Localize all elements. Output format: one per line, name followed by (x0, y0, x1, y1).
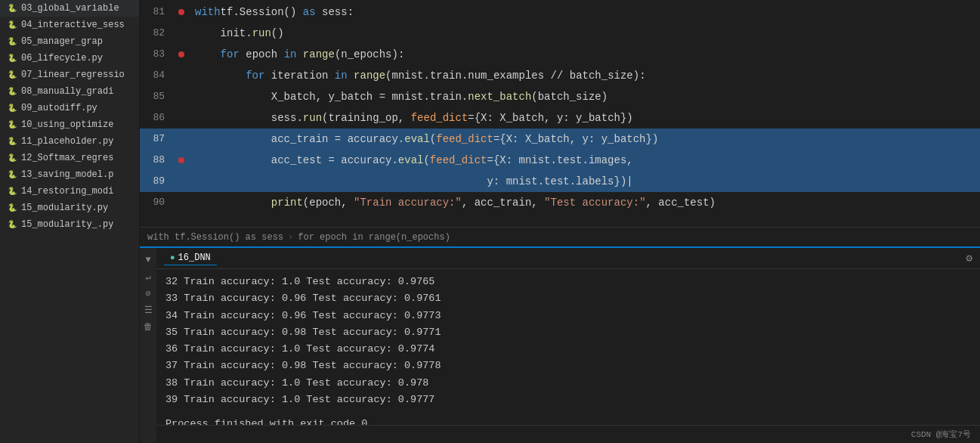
sidebar-item[interactable]: 🐍14_restoring_modi (0, 183, 139, 200)
sidebar-item[interactable]: 🐍09_autodiff.py (0, 100, 139, 116)
sidebar-item[interactable]: 🐍03_global_variable (0, 0, 139, 17)
python-file-icon: 🐍 (6, 169, 18, 181)
sidebar-item-label: 08_manually_gradi (21, 86, 113, 97)
sidebar-item-label: 15_modularity.py (21, 203, 108, 213)
terminal-tab-dnn[interactable]: ● 16_DNN (164, 251, 217, 265)
sidebar-item-label: 09_autodiff.py (21, 103, 97, 113)
line-gutter (174, 150, 189, 171)
sidebar-item[interactable]: 🐍06_lifecycle.py (0, 50, 139, 67)
code-line-87: 87 acc_train = accuracy.eval(feed_dict={… (140, 129, 980, 150)
clear-icon[interactable]: ⊘ (142, 287, 154, 299)
terminal-left-bar: ▼ ↵ ⊘ ☰ 🗑 (140, 248, 156, 443)
line-number: 86 (140, 107, 174, 129)
output-line: 33 Train accuracy: 0.96 Test accuracy: 0… (165, 290, 971, 307)
output-line: 32 Train accuracy: 1.0 Test accuracy: 0.… (165, 274, 971, 290)
sidebar-item[interactable]: 🐍15_modularity.py (0, 200, 139, 216)
sidebar-item-label: 06_lifecycle.py (21, 53, 103, 64)
breadcrumb: with tf.Session() as sess › for epoch in… (140, 227, 980, 246)
code-line-89: 89 y: mnist.test.labels})| (140, 171, 980, 192)
line-content: for iteration in range(mnist.train.num_e… (189, 65, 980, 86)
sidebar-item[interactable]: 🐍13_saving_model.p (0, 166, 139, 183)
line-gutter (174, 23, 189, 44)
output-line: 38 Train accuracy: 1.0 Test accuracy: 0.… (165, 375, 971, 392)
line-gutter (174, 107, 189, 129)
sidebar-item-label: 05_manager_grap (21, 36, 103, 47)
wrap-icon[interactable]: ↵ (142, 271, 154, 283)
python-file-icon: 🐍 (6, 202, 18, 214)
line-gutter (174, 192, 189, 213)
line-gutter (174, 86, 189, 107)
line-content: for epoch in range(n_epochs): (189, 44, 980, 65)
sidebar-item[interactable]: 🐍10_using_optimize (0, 116, 139, 133)
code-line-85: 85 X_batch, y_batch = mnist.train.next_b… (140, 86, 980, 107)
output-line: 37 Train accuracy: 0.98 Test accuracy: 0… (165, 358, 971, 374)
sidebar-item[interactable]: 🐍11_placeholder.py (0, 133, 139, 150)
python-file-icon: 🐍 (6, 2, 18, 14)
scroll-down-icon[interactable]: ▼ (142, 254, 154, 266)
sidebar-item-label: 03_global_variable (21, 3, 119, 14)
line-gutter (174, 129, 189, 150)
breadcrumb-part2: for epoch in range(n_epochs) (298, 232, 450, 243)
line-number: 84 (140, 65, 174, 86)
sidebar-item-label: 14_restoring_modi (21, 186, 113, 197)
python-file-icon: 🐍 (6, 185, 18, 197)
terminal-footer: CSDN @海宝7号 (156, 425, 980, 443)
line-gutter (174, 171, 189, 192)
python-file-icon: 🐍 (6, 52, 18, 64)
line-number: 89 (140, 171, 174, 192)
sidebar-item[interactable]: 🐍04_interactive_sess (0, 17, 139, 33)
code-line-86: 86 sess.run(training_op, feed_dict={X: X… (140, 107, 980, 129)
breakpoint-dot (178, 51, 184, 57)
line-gutter (174, 44, 189, 65)
sidebar-item-label: 12_Softmax_regres (21, 153, 113, 163)
line-content: with tf.Session() as sess: (189, 2, 980, 23)
sidebar-item[interactable]: 🐍12_Softmax_regres (0, 150, 139, 166)
terminal-panel: ▼ ↵ ⊘ ☰ 🗑 ● 16_DNN ⚙ 32 Train accuracy: … (140, 246, 980, 443)
python-file-icon: 🐍 (6, 119, 18, 131)
line-number: 87 (140, 129, 174, 150)
sidebar-item[interactable]: 🐍15_modularity_.py (0, 216, 139, 233)
line-number: 85 (140, 86, 174, 107)
output-line: 39 Train accuracy: 1.0 Test accuracy: 0.… (165, 392, 971, 408)
terminal-output: 32 Train accuracy: 1.0 Test accuracy: 0.… (156, 269, 980, 425)
code-line-90: 90 print(epoch, "Train accuracy:", acc_t… (140, 192, 980, 213)
terminal-tab-label: 16_DNN (178, 252, 211, 263)
trash-icon[interactable]: 🗑 (142, 321, 154, 333)
code-line-88: 88 acc_test = accuracy.eval(feed_dict={X… (140, 150, 980, 171)
code-lines: 81 with tf.Session() as sess: 82 init.ru… (140, 0, 980, 213)
breadcrumb-part1: with tf.Session() as sess (147, 232, 283, 243)
sidebar-item-label: 11_placeholder.py (21, 136, 113, 147)
line-gutter (174, 65, 189, 86)
output-line: 35 Train accuracy: 0.98 Test accuracy: 0… (165, 324, 971, 341)
terminal-content: ● 16_DNN ⚙ 32 Train accuracy: 1.0 Test a… (156, 248, 980, 443)
python-file-icon: 🐍 (6, 152, 18, 164)
line-number: 82 (140, 23, 174, 44)
output-line: 34 Train accuracy: 0.96 Test accuracy: 0… (165, 308, 971, 324)
sidebar: 🐍03_global_variable🐍04_interactive_sess🐍… (0, 0, 140, 443)
line-number: 90 (140, 192, 174, 213)
line-content: init.run() (189, 23, 980, 44)
sidebar-file-list: 🐍03_global_variable🐍04_interactive_sess🐍… (0, 0, 139, 233)
terminal-gear-icon[interactable]: ⚙ (966, 252, 972, 265)
python-file-icon: 🐍 (6, 69, 18, 81)
sidebar-item-label: 04_interactive_sess (21, 20, 125, 30)
code-line-83: 83 for epoch in range(n_epochs): (140, 44, 980, 65)
line-content: sess.run(training_op, feed_dict={X: X_ba… (189, 107, 980, 129)
settings-icon[interactable]: ☰ (142, 304, 154, 316)
watermark: CSDN @海宝7号 (911, 429, 971, 440)
code-editor: 81 with tf.Session() as sess: 82 init.ru… (140, 0, 980, 227)
line-number: 81 (140, 2, 174, 23)
python-file-icon: 🐍 (6, 102, 18, 114)
line-content: acc_test = accuracy.eval(feed_dict={X: m… (189, 150, 980, 171)
code-line-84: 84 for iteration in range(mnist.train.nu… (140, 65, 980, 86)
sidebar-item[interactable]: 🐍08_manually_gradi (0, 83, 139, 100)
code-line-81: 81 with tf.Session() as sess: (140, 2, 980, 23)
breakpoint-dot (178, 9, 184, 15)
main-panel: 81 with tf.Session() as sess: 82 init.ru… (140, 0, 980, 443)
sidebar-item[interactable]: 🐍07_linear_regressio (0, 67, 139, 83)
sidebar-item[interactable]: 🐍05_manager_grap (0, 33, 139, 50)
python-file-icon: 🐍 (6, 135, 18, 147)
line-content: X_batch, y_batch = mnist.train.next_batc… (189, 86, 980, 107)
python-file-icon: 🐍 (6, 19, 18, 31)
output-line: 36 Train accuracy: 1.0 Test accuracy: 0.… (165, 341, 971, 358)
